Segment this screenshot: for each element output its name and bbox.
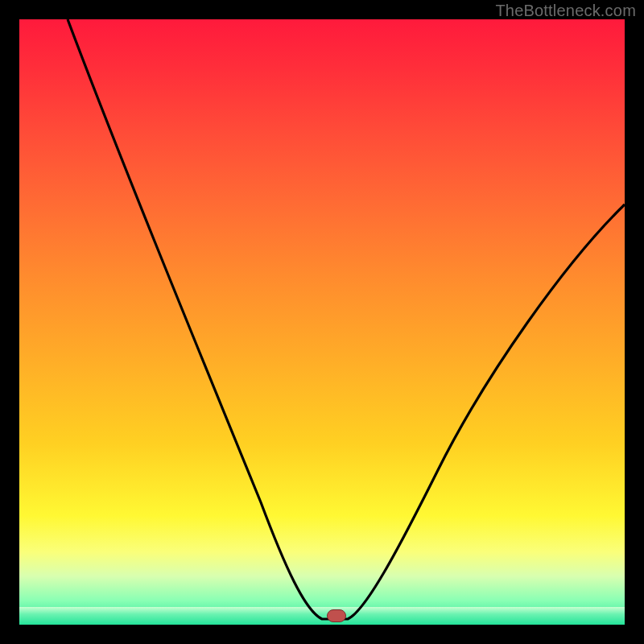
watermark-text: TheBottleneck.com: [495, 2, 636, 20]
chart-frame: TheBottleneck.com: [0, 0, 644, 644]
optimal-marker: [327, 609, 346, 622]
curve-path: [68, 19, 625, 619]
bottleneck-curve: [19, 19, 625, 625]
plot-area: [19, 19, 625, 625]
